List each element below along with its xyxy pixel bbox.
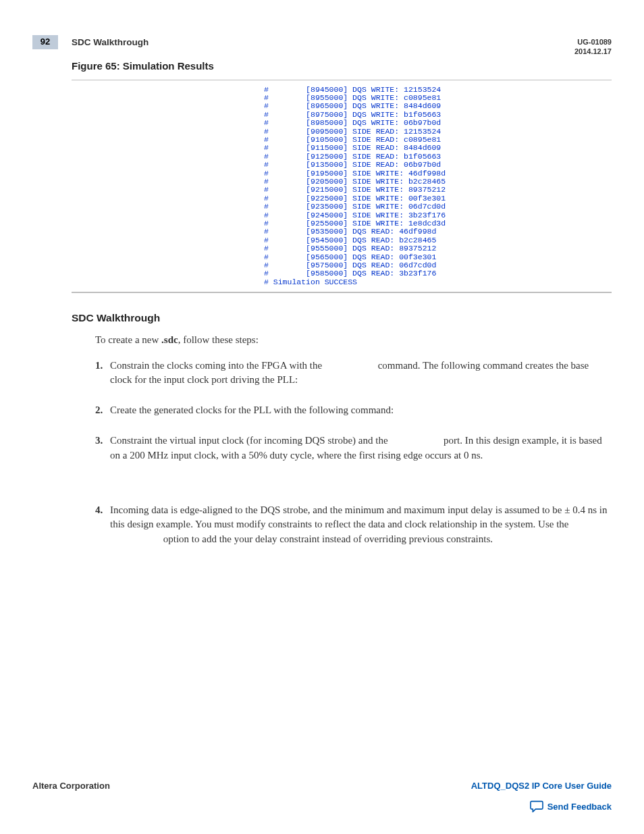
feedback-icon bbox=[530, 800, 543, 812]
inline-gap bbox=[325, 360, 375, 371]
doc-id: UG-01089 bbox=[574, 38, 612, 47]
intro-paragraph: To create a new .sdc, follow these steps… bbox=[95, 333, 612, 346]
step-text-pre: Incoming data is edge-aligned to the DQS… bbox=[110, 504, 607, 529]
step-text-post: option to add the your delay constraint … bbox=[161, 533, 493, 544]
intro-text-post: , follow these steps: bbox=[178, 334, 259, 345]
step-number: 4. bbox=[95, 503, 103, 517]
ordered-steps: 1.Constrain the clocks coming into the F… bbox=[95, 359, 612, 546]
footer-guide-link[interactable]: ALTDQ_DQS2 IP Core User Guide bbox=[471, 781, 612, 791]
page-footer: Altera Corporation ALTDQ_DQS2 IP Core Us… bbox=[32, 781, 612, 812]
simulation-output: # [8945000] DQS WRITE: 12153524 # [89550… bbox=[72, 80, 612, 294]
send-feedback-link[interactable]: Send Feedback bbox=[547, 802, 612, 812]
simulation-log: # [8945000] DQS WRITE: 12153524 # [89550… bbox=[72, 86, 612, 287]
step-item: 1.Constrain the clocks coming into the F… bbox=[95, 359, 612, 388]
step-number: 1. bbox=[95, 359, 103, 373]
step-text-pre: Constrain the clocks coming into the FPG… bbox=[110, 360, 325, 371]
step-number: 3. bbox=[95, 434, 103, 448]
step-number: 2. bbox=[95, 403, 103, 417]
footer-corp: Altera Corporation bbox=[32, 781, 110, 791]
step-item: 3.Constraint the virtual input clock (fo… bbox=[95, 434, 612, 463]
figure-caption: Figure 65: Simulation Results bbox=[72, 60, 612, 72]
inline-gap bbox=[390, 435, 441, 446]
step-item: 2.Create the generated clocks for the PL… bbox=[95, 403, 612, 417]
step-item: 4.Incoming data is edge-aligned to the D… bbox=[95, 503, 612, 546]
header-bar: 92 SDC Walkthrough UG-01089 2014.12.17 bbox=[32, 35, 612, 57]
intro-bold: .sdc bbox=[161, 334, 178, 345]
section-heading: SDC Walkthrough bbox=[72, 312, 612, 324]
page-number: 92 bbox=[32, 35, 58, 49]
doc-date: 2014.12.17 bbox=[574, 47, 612, 57]
step-text-pre: Create the generated clocks for the PLL … bbox=[110, 405, 394, 415]
breadcrumb: SDC Walkthrough bbox=[72, 37, 149, 47]
step-text-pre: Constraint the virtual input clock (for … bbox=[110, 435, 390, 446]
inline-gap bbox=[110, 533, 161, 544]
intro-text-pre: To create a new bbox=[95, 334, 161, 345]
